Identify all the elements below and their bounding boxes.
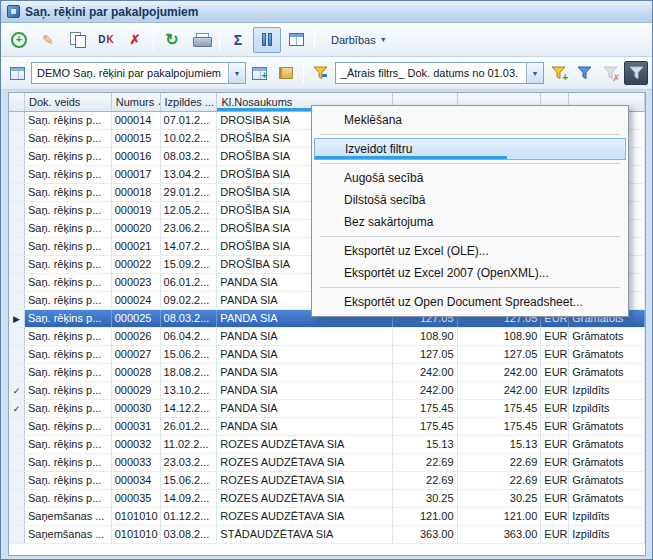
cell[interactable]: Saņ. rēķins p... — [25, 202, 112, 219]
cell[interactable]: Saņ. rēķins p... — [25, 148, 112, 165]
table-row[interactable]: Saņ. rēķins p...00003514.09.2...ROZES AU… — [9, 490, 645, 508]
table-row[interactable]: ✓Saņ. rēķins p...00003014.12.2...PANDA S… — [9, 400, 645, 418]
cell[interactable]: 363.00 — [458, 526, 542, 543]
cell[interactable]: 22.69 — [393, 454, 458, 471]
cell[interactable]: 0101010 — [112, 526, 161, 543]
cell[interactable]: 175.45 — [458, 418, 542, 435]
cell[interactable]: PANDA SIA — [217, 364, 392, 381]
cell[interactable]: Izpildīts — [569, 382, 645, 399]
menu-item[interactable]: Augošā secībā — [314, 167, 626, 189]
cell[interactable]: Saņ. rēķins p... — [25, 256, 112, 273]
cell[interactable]: Saņ. rēķins p... — [25, 310, 112, 327]
cell[interactable]: 12.05.2... — [161, 202, 218, 219]
cell[interactable]: Saņ. rēķins p... — [25, 436, 112, 453]
view-combobox[interactable]: DEMO Saņ. rēķini par pakalpojumiem ▼ — [31, 62, 246, 84]
cell[interactable]: ROZES AUDZĒTAVA SIA — [217, 454, 392, 471]
table-row[interactable]: Saņ. rēķins p...00002818.08.2...PANDA SI… — [9, 364, 645, 382]
cell[interactable]: STĀDAUDZĒTAVA SIA — [217, 526, 392, 543]
print-button[interactable] — [187, 27, 215, 53]
views-list-button[interactable] — [274, 61, 298, 85]
cell[interactable]: 000023 — [112, 274, 161, 291]
filter-edit-button[interactable] — [309, 61, 333, 85]
cell[interactable]: ROZES AUDZĒTAVA SIA — [217, 436, 392, 453]
cell[interactable]: 108.90 — [393, 328, 458, 345]
edit-button[interactable]: ✎ — [34, 27, 62, 53]
cell[interactable]: 23.03.2... — [161, 454, 218, 471]
cell[interactable]: Grāmatots — [569, 346, 645, 363]
sum-button[interactable]: Σ — [224, 27, 252, 53]
cell[interactable]: EUR — [541, 400, 569, 417]
table-row[interactable]: Saņemšanas ...010101001.12.2...ROZES AUD… — [9, 508, 645, 526]
table-row[interactable]: Saņ. rēķins p...00003126.01.2...PANDA SI… — [9, 418, 645, 436]
cell[interactable]: 29.01.2... — [161, 184, 218, 201]
cell[interactable]: 000021 — [112, 238, 161, 255]
cell[interactable]: 000019 — [112, 202, 161, 219]
menu-item[interactable]: Bez sakārtojuma — [314, 211, 626, 233]
debit-credit-button[interactable]: DK — [92, 27, 120, 53]
cell[interactable]: 000030 — [112, 400, 161, 417]
cell[interactable]: 15.06.2... — [161, 472, 218, 489]
cell[interactable]: Saņ. rēķins p... — [25, 346, 112, 363]
cell[interactable]: Izpildīts — [569, 400, 645, 417]
cell[interactable]: Saņ. rēķins p... — [25, 220, 112, 237]
cell[interactable]: 14.09.2... — [161, 490, 218, 507]
cell[interactable]: EUR — [541, 436, 569, 453]
cell[interactable]: 11.02.2... — [161, 436, 218, 453]
cell[interactable]: 15.09.2... — [161, 256, 218, 273]
cell[interactable]: Grāmatots — [569, 364, 645, 381]
column-header[interactable]: Dok. veids — [25, 93, 112, 111]
copy-button[interactable] — [63, 27, 91, 53]
cell[interactable]: 14.07.2... — [161, 238, 218, 255]
cell[interactable]: 000032 — [112, 436, 161, 453]
cell[interactable]: Saņ. rēķins p... — [25, 418, 112, 435]
cell[interactable]: 06.01.2... — [161, 274, 218, 291]
cell[interactable]: 000028 — [112, 364, 161, 381]
columns-button[interactable] — [253, 27, 281, 53]
cell[interactable]: Saņemšanas ... — [25, 508, 112, 525]
menu-item[interactable]: Eksportēt uz Excel (OLE)... — [314, 240, 626, 262]
cell[interactable]: Saņ. rēķins p... — [25, 130, 112, 147]
cell[interactable]: EUR — [541, 454, 569, 471]
cell[interactable]: 18.08.2... — [161, 364, 218, 381]
table-row[interactable]: ✓Saņ. rēķins p...00002913.10.2...PANDA S… — [9, 382, 645, 400]
cell[interactable]: 108.90 — [458, 328, 542, 345]
filter-combobox-arrow[interactable]: ▼ — [526, 63, 543, 83]
cell[interactable]: 01.12.2... — [161, 508, 218, 525]
menu-item[interactable]: Eksportēt uz Excel 2007 (OpenXML)... — [314, 262, 626, 284]
table-row[interactable]: Saņ. rēķins p...00002606.04.2...PANDA SI… — [9, 328, 645, 346]
menu-item[interactable]: Meklēšana — [314, 109, 626, 131]
cell[interactable]: ROZES AUDZĒTAVA SIA — [217, 490, 392, 507]
cell[interactable]: Grāmatots — [569, 436, 645, 453]
cell[interactable]: EUR — [541, 526, 569, 543]
cell[interactable]: PANDA SIA — [217, 418, 392, 435]
cell[interactable]: Saņ. rēķins p... — [25, 184, 112, 201]
cell[interactable]: 30.25 — [458, 490, 542, 507]
new-button[interactable]: + — [5, 27, 33, 53]
cell[interactable]: 22.69 — [458, 472, 542, 489]
cell[interactable]: 000033 — [112, 454, 161, 471]
cell[interactable]: Izpildīts — [569, 526, 645, 543]
cell[interactable]: Saņ. rēķins p... — [25, 490, 112, 507]
cell[interactable]: 000016 — [112, 148, 161, 165]
cell[interactable]: Saņ. rēķins p... — [25, 400, 112, 417]
cell[interactable]: 13.10.2... — [161, 382, 218, 399]
menu-item[interactable]: Dilstošā secībā — [314, 189, 626, 211]
cell[interactable]: 0101010 — [112, 508, 161, 525]
column-header[interactable]: Izpildes ... — [161, 93, 218, 111]
cell[interactable]: 000034 — [112, 472, 161, 489]
filter-add-button[interactable]: + — [546, 61, 570, 85]
cell[interactable]: 13.04.2... — [161, 166, 218, 183]
table-row[interactable]: Saņ. rēķins p...00003211.02.2...ROZES AU… — [9, 436, 645, 454]
cell[interactable]: 22.69 — [393, 472, 458, 489]
cell[interactable]: Grāmatots — [569, 328, 645, 345]
cell[interactable]: PANDA SIA — [217, 328, 392, 345]
cell[interactable]: EUR — [541, 382, 569, 399]
cell[interactable]: 000020 — [112, 220, 161, 237]
cell[interactable]: EUR — [541, 490, 569, 507]
cell[interactable]: Grāmatots — [569, 490, 645, 507]
filter-clear-button[interactable]: ✗ — [598, 61, 622, 85]
cell[interactable]: 121.00 — [458, 508, 542, 525]
cell[interactable]: 22.69 — [458, 454, 542, 471]
cell[interactable]: 000014 — [112, 112, 161, 129]
cell[interactable]: 121.00 — [393, 508, 458, 525]
